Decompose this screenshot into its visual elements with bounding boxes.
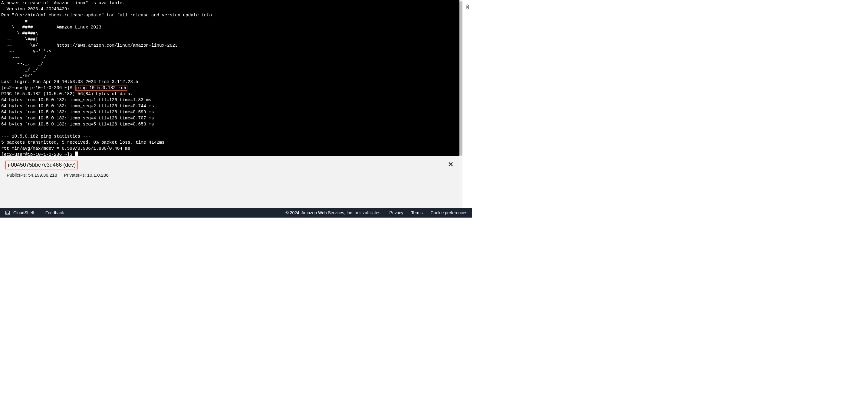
- ascii-art-line: ~~ V~' '->: [1, 49, 51, 54]
- ascii-art-line: ~~~ /: [1, 55, 46, 60]
- ping-reply-line: 64 bytes from 10.5.0.182: icmp_seq=4 ttl…: [1, 116, 154, 121]
- ping-reply-line: 64 bytes from 10.5.0.182: icmp_seq=5 ttl…: [1, 122, 154, 127]
- ip-address-line: PublicIPs: 54.199.36.218 PrivateIPs: 10.…: [7, 172, 453, 178]
- shell-prompt: [ec2-user@ip-10-1-0-236 ~]$: [1, 152, 75, 156]
- ping-header: PING 10.5.0.182 (10.5.0.182) 56(84) byte…: [1, 91, 133, 96]
- shell-prompt: [ec2-user@ip-10-1-0-236 ~]$: [1, 85, 75, 90]
- ascii-art-line: _/m/': [1, 73, 33, 78]
- ascii-art-line: ~~ \#/ ___ https://aws.amazon.com/linux/…: [1, 43, 178, 48]
- terminal-line: A newer release of "Amazon Linux" is ava…: [1, 1, 125, 5]
- public-ips-label: PublicIPs:: [7, 172, 27, 178]
- feedback-link[interactable]: Feedback: [45, 210, 64, 215]
- cloudshell-link[interactable]: CloudShell: [13, 210, 34, 215]
- ping-reply-line: 64 bytes from 10.5.0.182: icmp_seq=3 ttl…: [1, 110, 154, 115]
- public-ip-value: 54.199.36.218: [28, 172, 57, 178]
- cookie-preferences-link[interactable]: Cookie preferences: [431, 210, 467, 215]
- ping-stats-line: rtt min/avg/max/mdev = 0.599/0.906/1.830…: [1, 146, 130, 151]
- cloudshell-icon[interactable]: [5, 210, 10, 216]
- ping-stats-line: 5 packets transmitted, 5 received, 0% pa…: [1, 140, 165, 145]
- svg-marker-0: [465, 5, 470, 9]
- last-login-line: Last login: Mon Apr 29 10:53:03 2024 fro…: [1, 79, 138, 84]
- ping-reply-line: 64 bytes from 10.5.0.182: icmp_seq=2 ttl…: [1, 104, 154, 109]
- close-icon: ✕: [448, 161, 453, 168]
- svg-point-1: [467, 6, 468, 8]
- ascii-art-line: ~\_ ####_ Amazon Linux 2023: [1, 25, 101, 30]
- ascii-art-line: _/ _/: [1, 67, 38, 72]
- highlighted-ping-command: ping 10.5.0.182 -c5: [75, 85, 127, 91]
- ascii-art-line: ~~ \###|: [1, 37, 38, 42]
- right-rail: [462, 0, 472, 209]
- console-footer: CloudShell Feedback © 2024, Amazon Web S…: [0, 208, 472, 218]
- privacy-link[interactable]: Privacy: [390, 210, 403, 215]
- private-ip-value: 10.1.0.236: [87, 172, 108, 178]
- vertical-scrollbar[interactable]: [459, 0, 462, 209]
- ping-stats-header: --- 10.5.0.182 ping statistics ---: [1, 134, 91, 139]
- settings-icon[interactable]: [465, 4, 470, 209]
- terms-link[interactable]: Terms: [411, 210, 423, 215]
- terminal-output[interactable]: A newer release of "Amazon Linux" is ava…: [0, 0, 459, 156]
- copyright-text: © 2024, Amazon Web Services, Inc. or its…: [285, 210, 381, 215]
- instance-info-panel: i-0045075bbc7c3d466 (dev) PublicIPs: 54.…: [0, 156, 459, 209]
- ping-reply-line: 64 bytes from 10.5.0.182: icmp_seq=1 ttl…: [1, 97, 151, 103]
- terminal-line: Version 2023.4.20240429:: [1, 7, 70, 11]
- close-panel-button[interactable]: ✕: [448, 161, 453, 169]
- terminal-cursor: [75, 151, 78, 156]
- private-ips-label: PrivateIPs:: [64, 172, 86, 178]
- ascii-art-line: , #_: [1, 19, 30, 24]
- highlighted-instance-id: i-0045075bbc7c3d466 (dev): [5, 161, 78, 169]
- ascii-art-line: ~~ \_#####\: [1, 31, 38, 36]
- terminal-line: Run "/usr/bin/dnf check-release-update" …: [1, 13, 212, 18]
- svg-rect-2: [5, 211, 10, 215]
- ascii-art-line: ~~._. _/: [1, 61, 43, 66]
- scrollbar-thumb[interactable]: [459, 1, 462, 156]
